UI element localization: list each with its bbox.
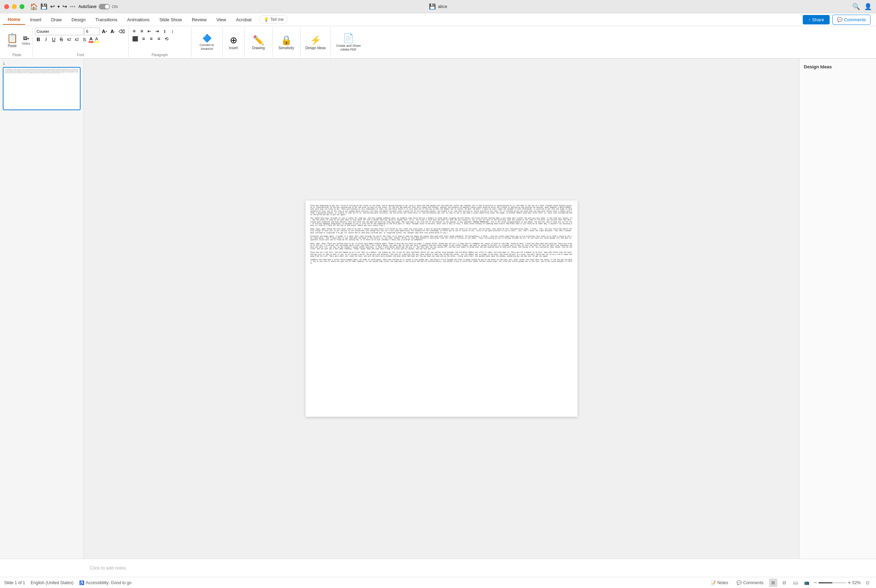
paragraph-group-label: Paragraph: [131, 53, 189, 57]
file-name: alice: [438, 4, 447, 9]
group-sensitivity: 🔒 Sensitivity: [273, 27, 301, 57]
insert-button[interactable]: ⊕ Insert: [225, 33, 242, 51]
account-icon[interactable]: 👤: [864, 3, 872, 10]
adobe-pdf-label: Create and Share Adobe PDF: [336, 44, 361, 52]
subscript-button[interactable]: x2: [73, 36, 80, 42]
presenter-view-button[interactable]: 📺: [802, 579, 811, 587]
new-slide-button[interactable]: 🖼 ▾: [22, 35, 30, 42]
notes-tab-button[interactable]: 📝 Notes: [708, 580, 731, 586]
slide-canvas[interactable]: Alice was beginning to get very tired of…: [306, 201, 578, 417]
font-name-input[interactable]: [35, 27, 84, 35]
window-title: 💾 alice: [429, 3, 447, 10]
sensitivity-button[interactable]: 🔒 Sensitivity: [276, 33, 297, 51]
line-spacing-button[interactable]: ↕: [169, 28, 176, 34]
search-icon[interactable]: 🔍: [852, 3, 860, 10]
home-icon[interactable]: 🏠: [30, 3, 38, 10]
align-right-button[interactable]: ≡: [148, 35, 155, 42]
group-adobe-pdf: 📄 Create and Share Adobe PDF: [331, 27, 366, 57]
tab-review[interactable]: Review: [187, 15, 212, 24]
adobe-pdf-button[interactable]: 📄 Create and Share Adobe PDF: [333, 32, 364, 53]
slides-icon: 🖼: [23, 36, 27, 41]
tab-acrobat[interactable]: Acrobat: [231, 15, 256, 24]
insert-label: Insert: [229, 46, 238, 50]
slide-thumbnail[interactable]: Alice was beginning to get very tired of…: [3, 67, 81, 110]
increase-indent-button[interactable]: ⇥: [154, 28, 161, 34]
superscript-button[interactable]: x2: [66, 36, 72, 42]
status-right: 📝 Notes 💬 Comments ⊞ ⊟ 📖 📺 − + 52%: [708, 579, 872, 587]
comments-tab-button[interactable]: 💬 Comments: [734, 580, 766, 586]
normal-view-button[interactable]: ⊞: [769, 579, 777, 587]
tab-animations[interactable]: Animations: [122, 15, 154, 24]
align-center-button[interactable]: ≡: [140, 35, 147, 42]
tab-design[interactable]: Design: [67, 15, 90, 24]
bullets-button[interactable]: ≡: [131, 27, 138, 34]
tab-insert[interactable]: Insert: [25, 15, 46, 24]
tab-draw[interactable]: Draw: [46, 15, 67, 24]
group-smartart: 🔷 Convert to SmartArt: [192, 27, 223, 57]
paste-button[interactable]: 📋 Paste: [3, 32, 21, 49]
insert-icon: ⊕: [230, 35, 237, 46]
highlight-color-button[interactable]: A: [94, 36, 99, 42]
accessibility-button[interactable]: ♿ Accessibility: Good to go: [79, 580, 132, 585]
design-ideas-panel: Design Ideas: [799, 58, 876, 559]
smartart-label: Convert to SmartArt: [196, 43, 217, 51]
tab-slideshow[interactable]: Slide Show: [154, 15, 187, 24]
maximize-button[interactable]: [20, 4, 24, 9]
bold-button[interactable]: B: [35, 36, 42, 43]
tab-transitions[interactable]: Transitions: [90, 15, 122, 24]
accessibility-label: Accessibility: Good to go: [86, 580, 132, 585]
close-button[interactable]: [4, 4, 9, 9]
tell-me-input[interactable]: 💡 Tell me: [259, 15, 288, 24]
slide-sorter-button[interactable]: ⊟: [780, 579, 789, 587]
reading-view-button[interactable]: 📖: [791, 579, 800, 587]
zoom-level: 52%: [852, 580, 861, 585]
numbering-button[interactable]: ≡: [138, 27, 146, 34]
underline-button[interactable]: U: [50, 36, 57, 43]
tab-home[interactable]: Home: [3, 15, 25, 25]
more-icon[interactable]: •••: [70, 3, 76, 10]
undo-icon[interactable]: ↩: [50, 3, 55, 10]
comments-button[interactable]: 💬 Comments: [832, 15, 870, 25]
group-font: A+ A- ⌫ B I U S x2 x2 S A: [33, 27, 129, 57]
language-info: English (United States): [31, 580, 74, 585]
clear-format-button[interactable]: ⌫: [117, 28, 126, 35]
shadow-button[interactable]: S: [81, 36, 88, 43]
autosave-switch[interactable]: [99, 4, 110, 9]
minimize-button[interactable]: [12, 4, 17, 9]
decrease-indent-button[interactable]: ⇤: [146, 28, 153, 34]
autosave-toggle[interactable]: AutoSave ON: [78, 4, 118, 9]
slide-info: Slide 1 of 1: [4, 580, 25, 585]
font-size-input[interactable]: [84, 27, 100, 35]
justify-button[interactable]: ≡: [156, 35, 162, 42]
italic-button[interactable]: I: [42, 36, 50, 43]
fit-slide-button[interactable]: ⊡: [864, 579, 872, 587]
columns-button[interactable]: ⫿: [162, 28, 168, 34]
autosave-state: ON: [112, 4, 118, 9]
zoom-out-button[interactable]: −: [814, 580, 817, 586]
slides-label: Slides: [22, 42, 30, 45]
undo-dropdown-icon[interactable]: ▾: [57, 4, 60, 9]
decrease-font-button[interactable]: A-: [109, 28, 117, 35]
drawing-button[interactable]: ✏️ Drawing: [249, 33, 268, 51]
zoom-slider[interactable]: [819, 582, 846, 584]
slides-dropdown[interactable]: ▾: [27, 37, 29, 40]
group-insert: ⊕ Insert: [223, 27, 245, 57]
sensitivity-icon: 🔒: [281, 35, 292, 46]
tell-me-label: Tell me: [270, 17, 284, 22]
font-color-button[interactable]: A: [88, 36, 93, 42]
save-icon[interactable]: 💾: [40, 3, 47, 10]
zoom-in-button[interactable]: +: [848, 580, 851, 586]
tab-view[interactable]: View: [212, 15, 231, 24]
align-left-button[interactable]: ⬛: [131, 35, 140, 42]
clipboard-label: Paste: [3, 53, 30, 57]
convert-smartart-button[interactable]: 🔷 Convert to SmartArt: [194, 32, 220, 52]
design-ideas-button[interactable]: ⚡ Design Ideas: [303, 33, 328, 51]
text-direction-button[interactable]: ⟲: [163, 36, 170, 42]
design-ideas-icon: ⚡: [310, 35, 321, 46]
canvas-area: Alice was beginning to get very tired of…: [84, 58, 799, 559]
share-button[interactable]: ↑ Share: [803, 15, 830, 24]
redo-icon[interactable]: ↪: [62, 3, 67, 10]
strikethrough-button[interactable]: S: [58, 36, 65, 43]
notes-area[interactable]: Click to add notes: [0, 559, 876, 577]
increase-font-button[interactable]: A+: [100, 28, 108, 35]
